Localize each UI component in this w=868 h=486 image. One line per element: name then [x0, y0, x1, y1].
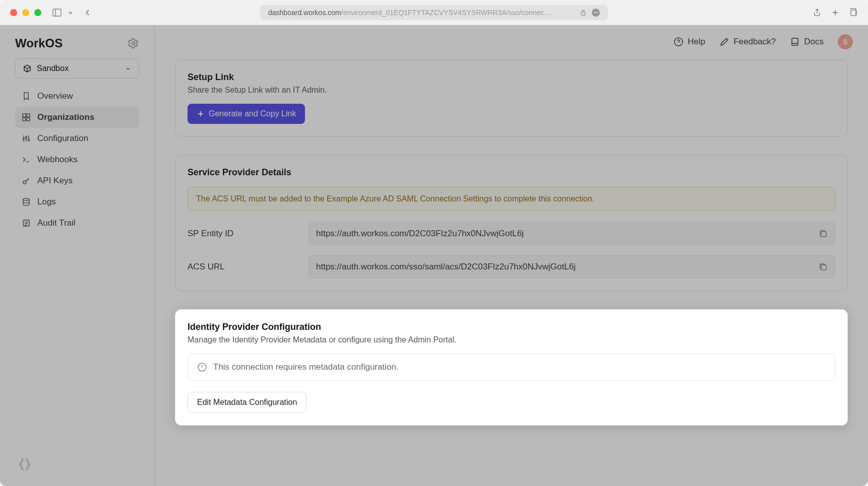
main-content: Help Feedback? Docs S Setup Link	[155, 25, 868, 486]
close-window-icon[interactable]	[10, 9, 17, 16]
new-tab-icon[interactable]	[831, 8, 840, 17]
sidebar-item-overview[interactable]: Overview	[15, 86, 139, 107]
environment-selector[interactable]: Sandbox	[15, 58, 139, 79]
logo: WorkOS	[15, 36, 63, 50]
sidebar: WorkOS Sandbox Overview Orga	[0, 25, 155, 486]
copy-icon[interactable]	[819, 262, 828, 271]
svg-point-13	[26, 137, 27, 138]
database-icon	[21, 197, 31, 206]
sidebar-item-label: Overview	[37, 91, 73, 101]
edit-metadata-label: Edit Metadata Configuration	[197, 398, 297, 407]
sidebar-item-label: Configuration	[37, 133, 88, 144]
workos-brandmark-icon	[15, 455, 34, 474]
setup-link-panel: Setup Link Share the Setup Link with an …	[175, 59, 848, 136]
sidebar-toggle-icon[interactable]	[52, 9, 61, 17]
terminal-icon	[21, 155, 31, 164]
sp-entity-text: https://auth.workos.com/D2C03FIz2u7hx0NJ…	[316, 229, 524, 239]
svg-point-3	[594, 12, 595, 13]
alert-icon	[197, 362, 207, 372]
docs-link[interactable]: Docs	[790, 37, 824, 47]
sp-entity-value[interactable]: https://auth.workos.com/D2C03FIz2u7hx0NJ…	[308, 222, 835, 245]
sidebar-item-apikeys[interactable]: API Keys	[15, 170, 139, 191]
chevron-down-icon	[125, 65, 132, 72]
help-link[interactable]: Help	[673, 37, 705, 47]
topbar: Help Feedback? Docs S	[155, 25, 868, 54]
grid-icon	[21, 113, 31, 122]
idp-subtitle: Manage the Identity Provider Metadata or…	[188, 335, 835, 344]
acs-url-text: https://auth.workos.com/sso/saml/acs/D2C…	[316, 262, 576, 272]
help-label: Help	[688, 37, 705, 47]
minimize-window-icon[interactable]	[22, 9, 29, 16]
traffic-lights	[10, 9, 41, 16]
svg-rect-9	[27, 114, 30, 117]
svg-rect-11	[27, 118, 30, 121]
feedback-label: Feedback?	[733, 37, 776, 47]
environment-label: Sandbox	[37, 64, 69, 73]
avatar-initial: S	[843, 38, 847, 46]
bookmark-icon	[21, 92, 31, 101]
svg-rect-20	[821, 232, 826, 237]
idp-info-text: This connection requires metadata config…	[213, 362, 399, 372]
sp-entity-label: SP Entity ID	[188, 229, 298, 239]
book-icon	[790, 37, 800, 47]
feedback-link[interactable]: Feedback?	[719, 37, 776, 47]
cube-icon	[23, 64, 32, 73]
sidebar-item-audittrail[interactable]: Audit Trail	[15, 213, 139, 234]
tabs-icon[interactable]	[849, 8, 858, 17]
lock-icon	[580, 9, 587, 16]
sidebar-item-label: Organizations	[37, 112, 94, 122]
sidebar-item-label: API Keys	[37, 176, 73, 186]
idp-info: This connection requires metadata config…	[188, 354, 835, 381]
back-icon[interactable]	[85, 9, 91, 17]
acs-url-row: ACS URL https://auth.workos.com/sso/saml…	[188, 255, 835, 279]
svg-point-14	[28, 140, 30, 141]
share-icon[interactable]	[813, 8, 822, 17]
svg-rect-0	[53, 9, 61, 16]
chevron-down-icon[interactable]	[68, 10, 74, 16]
gear-icon[interactable]	[128, 38, 139, 49]
browser-toolbar: dashboard.workos.com /environment_01EQ1F…	[0, 0, 868, 25]
sp-title: Service Provider Details	[188, 167, 835, 178]
sidebar-item-logs[interactable]: Logs	[15, 191, 139, 213]
address-bar[interactable]: dashboard.workos.com /environment_01EQ1F…	[260, 5, 608, 20]
docs-label: Docs	[804, 37, 824, 47]
pencil-icon	[719, 37, 729, 47]
acs-url-label: ACS URL	[188, 262, 298, 272]
sidebar-item-label: Audit Trail	[37, 218, 76, 228]
url-host: dashboard.workos.com	[268, 9, 341, 17]
sidebar-item-label: Webhooks	[37, 155, 78, 165]
edit-metadata-button[interactable]: Edit Metadata Configuration	[188, 392, 306, 413]
idp-title: Identity Provider Configuration	[188, 322, 835, 332]
key-icon	[21, 176, 31, 185]
sidebar-item-organizations[interactable]: Organizations	[15, 107, 139, 128]
svg-rect-8	[23, 114, 26, 117]
setup-link-subtitle: Share the Setup Link with an IT Admin.	[188, 86, 835, 95]
acs-url-value[interactable]: https://auth.workos.com/sso/saml/acs/D2C…	[308, 255, 835, 279]
help-icon	[673, 37, 684, 47]
maximize-window-icon[interactable]	[34, 9, 41, 16]
generate-link-button[interactable]: Generate and Copy Link	[188, 104, 305, 124]
sidebar-item-label: Logs	[37, 197, 56, 207]
copy-icon[interactable]	[819, 229, 828, 238]
sidebar-item-webhooks[interactable]: Webhooks	[15, 149, 139, 170]
svg-rect-10	[23, 118, 26, 121]
sp-entity-row: SP Entity ID https://auth.workos.com/D2C…	[188, 222, 835, 245]
svg-rect-21	[821, 265, 826, 270]
sp-details-panel: Service Provider Details The ACS URL mus…	[175, 155, 848, 291]
generate-link-label: Generate and Copy Link	[209, 109, 296, 118]
sliders-icon	[21, 134, 31, 143]
svg-point-5	[597, 12, 598, 13]
svg-point-12	[23, 138, 25, 140]
idp-config-panel: Identity Provider Configuration Manage t…	[175, 309, 848, 426]
svg-rect-19	[792, 38, 798, 45]
sidebar-item-configuration[interactable]: Configuration	[15, 128, 139, 149]
svg-rect-2	[581, 12, 585, 15]
setup-link-title: Setup Link	[188, 72, 835, 83]
svg-point-4	[595, 12, 596, 13]
sp-warning: The ACS URL must be added to the Example…	[188, 187, 835, 211]
plus-icon	[197, 110, 205, 118]
reader-icon[interactable]	[592, 9, 600, 17]
svg-point-7	[132, 42, 135, 45]
avatar[interactable]: S	[838, 34, 853, 49]
list-icon	[21, 219, 31, 228]
